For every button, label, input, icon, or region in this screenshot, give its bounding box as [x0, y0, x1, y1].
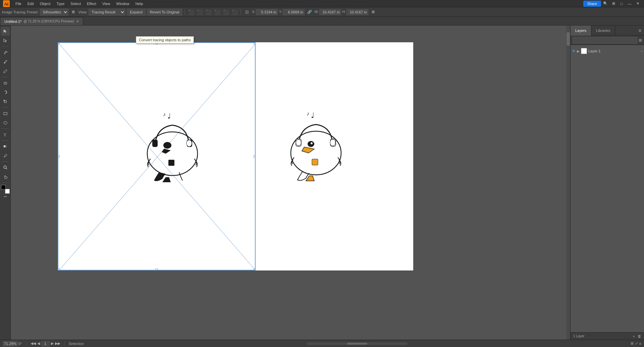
delete-layer-icon[interactable]: 🗑	[638, 334, 641, 338]
panel-menu-icon[interactable]: ≡	[636, 28, 644, 33]
close-window-icon[interactable]: ✕	[634, 0, 641, 7]
status-separator	[26, 341, 26, 346]
zoom-input[interactable]	[3, 341, 18, 346]
w-input[interactable]	[319, 9, 341, 15]
w-label: W:	[315, 10, 319, 14]
svg-point-11	[4, 157, 4, 157]
tool-separator3	[2, 107, 9, 108]
menu-window[interactable]: Window	[114, 1, 132, 6]
preset-options-icon[interactable]: ⊞	[70, 8, 77, 16]
menu-help[interactable]: Help	[133, 1, 146, 6]
statusbar-right: ⊞ ⤢ ≡	[631, 341, 641, 346]
preset-label: Preset:	[27, 10, 39, 14]
fullscreen-icon[interactable]: ⤢	[635, 341, 638, 346]
angle-display: 0°	[18, 342, 22, 346]
rectangle-tool[interactable]	[1, 109, 10, 118]
libraries-tab[interactable]: Libraries	[591, 26, 615, 36]
menu-file[interactable]: File	[13, 1, 24, 6]
align-top-icon[interactable]: ⬛	[213, 8, 221, 16]
svg-point-23	[163, 142, 171, 149]
scrollbar-h-thumb[interactable]	[347, 343, 367, 345]
x-label: X:	[252, 10, 255, 14]
paintbrush-tool[interactable]	[1, 57, 10, 66]
align-bottom-icon[interactable]: ⬛	[231, 8, 238, 16]
status-bar: 0° ◀◀ ◀ ▶ ▶▶ Selection ⊞ ⤢ ≡	[0, 340, 644, 347]
eraser-tool[interactable]	[1, 79, 10, 87]
next-page-step-button[interactable]: ▶	[51, 341, 54, 346]
vertical-scrollbar[interactable]	[566, 26, 570, 340]
tab-info: @ 71.29 % (CMYK/CPU Preview)	[23, 19, 74, 23]
direct-selection-tool[interactable]	[1, 36, 10, 45]
statusbar-more-icon[interactable]: ≡	[639, 342, 641, 346]
prev-page-step-button[interactable]: ◀	[37, 341, 40, 346]
menu-object[interactable]: Object	[37, 1, 53, 6]
scale-tool[interactable]	[1, 97, 10, 106]
layer-row[interactable]: 👁 ▶ Layer 1 ○	[571, 46, 644, 56]
canvas-area[interactable]: ♩ ♪	[11, 26, 570, 340]
page-navigation: ◀◀ ◀ ▶ ▶▶	[31, 341, 60, 346]
page-number-input[interactable]	[41, 341, 50, 346]
menu-effect[interactable]: Effect	[84, 1, 99, 6]
document-tab[interactable]: Untitled-1* @ 71.29 % (CMYK/CPU Preview)…	[0, 17, 83, 25]
arrange-windows-icon[interactable]: ⊞	[610, 0, 617, 7]
link-dimensions-icon[interactable]: 🔗	[306, 8, 313, 16]
maximize-icon[interactable]: □	[618, 0, 625, 7]
expand-button[interactable]: Expand	[127, 9, 145, 15]
scrollbar-thumb[interactable]	[567, 32, 570, 46]
artboard-options-icon[interactable]: ⊞	[631, 341, 634, 346]
layer-lock-icon[interactable]: ○	[641, 49, 643, 53]
layer-visibility-icon[interactable]: 👁	[572, 49, 576, 53]
svg-point-27	[291, 131, 341, 175]
layer-expand-icon[interactable]: ▶	[577, 49, 580, 53]
align-right-icon[interactable]: ⬛	[205, 8, 212, 16]
h-input[interactable]	[346, 9, 368, 15]
y-input[interactable]	[283, 9, 305, 15]
layers-tab[interactable]: Layers	[571, 26, 591, 36]
tab-close-button[interactable]: ✕	[76, 19, 79, 23]
rotate-tool[interactable]	[1, 88, 10, 97]
eyedropper-tool[interactable]	[1, 151, 10, 160]
more-options-icon[interactable]: ⊞	[370, 8, 377, 16]
minimize-icon[interactable]: —	[626, 0, 633, 7]
fill-stroke-swatches[interactable]	[1, 185, 10, 194]
view-select[interactable]: Tracing Result	[89, 9, 125, 15]
svg-rect-7	[4, 112, 7, 115]
svg-text:♩: ♩	[311, 111, 314, 119]
transform-icon[interactable]: ◫	[243, 8, 251, 16]
menu-bar: Ai File Edit Object Type Select Effect V…	[0, 0, 644, 7]
tooltip-text: Convert tracing objects to paths	[139, 38, 191, 42]
horizontal-scrollbar[interactable]	[307, 342, 408, 345]
menu-edit[interactable]: Edit	[25, 1, 37, 6]
more-tools-btn[interactable]: •••	[4, 195, 7, 198]
share-button[interactable]: Share	[583, 1, 601, 7]
layer-count-label: 1 Layer	[573, 334, 630, 338]
x-input-group: X:	[252, 9, 277, 15]
status-separator2	[64, 341, 65, 346]
svg-point-12	[4, 166, 6, 168]
layers-options-icon[interactable]: ⊞	[639, 38, 642, 43]
prev-page-button[interactable]: ◀◀	[31, 341, 36, 346]
ellipse-tool[interactable]	[1, 118, 10, 127]
menu-view[interactable]: View	[100, 1, 113, 6]
pencil-tool[interactable]	[1, 67, 10, 76]
align-center-h-icon[interactable]: ⬛	[196, 8, 203, 16]
layers-search-input[interactable]	[573, 37, 637, 44]
menu-select[interactable]: Select	[68, 1, 84, 6]
tool-separator4	[2, 129, 9, 129]
align-center-v-icon[interactable]: ⬛	[222, 8, 229, 16]
preset-select[interactable]: Silhouettes	[40, 9, 68, 15]
hand-tool[interactable]	[1, 172, 10, 181]
align-left-icon[interactable]: ⬛	[187, 8, 195, 16]
type-tool[interactable]: T	[1, 130, 10, 139]
y-label: Y:	[279, 10, 282, 14]
selection-tool[interactable]	[1, 27, 10, 36]
search-icon[interactable]: 🔍	[602, 0, 609, 7]
new-layer-icon[interactable]: +	[633, 334, 635, 338]
zoom-tool[interactable]	[1, 163, 10, 172]
revert-button[interactable]: Revert To Original	[147, 9, 182, 15]
gradient-tool[interactable]	[1, 142, 10, 151]
next-page-button[interactable]: ▶▶	[55, 341, 60, 346]
menu-type[interactable]: Type	[54, 1, 67, 6]
pen-tool[interactable]	[1, 48, 10, 57]
x-input[interactable]	[256, 9, 278, 15]
